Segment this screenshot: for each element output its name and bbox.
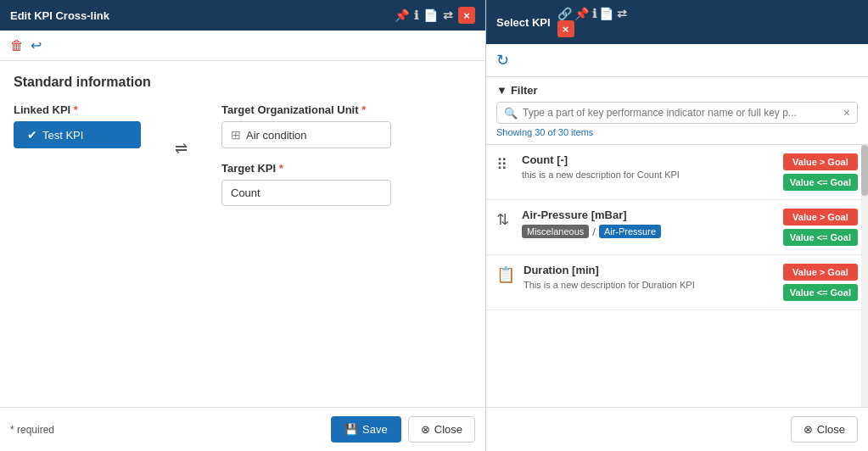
right-doc-icon[interactable]: 📄 bbox=[599, 7, 613, 20]
left-toolbar: 🗑 ↩ bbox=[0, 31, 485, 61]
target-org-input[interactable]: ⊞ Air condition bbox=[221, 121, 391, 148]
doc-icon: 📋 bbox=[496, 265, 515, 284]
kpi-item-tags: Miscelaneous / Air-Pressure bbox=[522, 225, 775, 238]
org-icon: ⊞ bbox=[231, 128, 241, 142]
value-gt-goal-button[interactable]: Value > Goal bbox=[783, 264, 858, 281]
value-lte-goal-button[interactable]: Value <= Goal bbox=[783, 229, 858, 246]
kpi-list-inner: ⠿ Count [-] this is a new description fo… bbox=[486, 145, 868, 310]
transfer-arrows-icon: ⇌ bbox=[175, 139, 188, 158]
list-item: ⠿ Count [-] this is a new description fo… bbox=[486, 145, 868, 200]
left-panel-header: Edit KPI Cross-link 📌 ℹ 📄 ⇄ × bbox=[0, 0, 485, 31]
left-panel: Edit KPI Cross-link 📌 ℹ 📄 ⇄ × 🗑 ↩ Standa… bbox=[0, 0, 486, 451]
right-panel-header: Select KPI 🔗 📌 ℹ 📄 ⇄ × bbox=[486, 0, 868, 44]
filter-icon: ▼ bbox=[496, 84, 507, 97]
kpi-item-buttons: Value > Goal Value <= Goal bbox=[783, 264, 858, 301]
search-box[interactable]: 🔍 × bbox=[496, 102, 858, 124]
showing-items: Showing 30 of 30 items bbox=[496, 127, 858, 137]
list-item: ⇅ Air-Pressure [mBar] Miscelaneous / Air… bbox=[486, 200, 868, 255]
info-icon[interactable]: ℹ bbox=[414, 8, 418, 22]
footer-buttons: 💾 Save ⊗ Close bbox=[331, 416, 475, 443]
kpi-item-buttons: Value > Goal Value <= Goal bbox=[783, 153, 858, 191]
right-info-icon[interactable]: ℹ bbox=[592, 7, 596, 20]
doc-icon[interactable]: 📄 bbox=[423, 8, 438, 22]
save-icon: 💾 bbox=[344, 423, 358, 436]
close-circle-icon: ⊗ bbox=[421, 423, 430, 436]
linked-kpi-button[interactable]: ✔ Test KPI bbox=[14, 121, 141, 148]
target-kpi-group: Target KPI * Count bbox=[221, 162, 391, 206]
refresh-icon[interactable]: ↻ bbox=[496, 52, 509, 69]
link-icon[interactable]: 🔗 bbox=[557, 7, 572, 20]
kpi-item-buttons: Value > Goal Value <= Goal bbox=[783, 209, 858, 246]
kpi-item-desc: this is a new description for Count KPI bbox=[522, 169, 775, 181]
left-panel-footer: * required 💾 Save ⊗ Close bbox=[0, 407, 485, 451]
value-gt-goal-button[interactable]: Value > Goal bbox=[783, 153, 858, 170]
right-pin-icon[interactable]: 📌 bbox=[574, 7, 589, 20]
target-org-label: Target Organizational Unit * bbox=[221, 103, 391, 116]
right-panel-footer: ⊗ Close bbox=[486, 407, 868, 451]
arrows-icon: ⇅ bbox=[496, 210, 513, 229]
kpi-item-content: Air-Pressure [mBar] Miscelaneous / Air-P… bbox=[522, 209, 775, 238]
kpi-item-content: Count [-] this is a new description for … bbox=[522, 153, 775, 181]
form-row: Linked KPI * ✔ Test KPI ⇌ Target Organiz… bbox=[14, 103, 472, 206]
kpi-item-desc: This is a new description for Duration K… bbox=[524, 279, 775, 292]
right-transfer-icon[interactable]: ⇄ bbox=[617, 7, 627, 20]
close-circle-icon-right: ⊗ bbox=[804, 423, 813, 436]
tag-separator: / bbox=[592, 226, 596, 238]
save-button[interactable]: 💾 Save bbox=[331, 416, 401, 443]
value-lte-goal-button[interactable]: Value <= Goal bbox=[783, 284, 858, 301]
value-gt-goal-button[interactable]: Value > Goal bbox=[783, 209, 858, 226]
kpi-toolbar: ↻ bbox=[486, 44, 868, 77]
left-header-icons: 📌 ℹ 📄 ⇄ × bbox=[395, 7, 475, 24]
left-panel-title: Edit KPI Cross-link bbox=[10, 9, 388, 22]
kpi-item-content: Duration [min] This is a new description… bbox=[524, 264, 775, 292]
tag-air-pressure: Air-Pressure bbox=[599, 225, 661, 238]
left-footer-close-button[interactable]: ⊗ Close bbox=[408, 416, 475, 443]
transfer-arrows: ⇌ bbox=[175, 122, 188, 158]
delete-icon[interactable]: 🗑 bbox=[10, 38, 24, 53]
left-panel-body: Standard information Linked KPI * ✔ Test… bbox=[0, 61, 485, 407]
right-header-icons: 🔗 📌 ℹ 📄 ⇄ × bbox=[557, 7, 628, 37]
target-groups: Target Organizational Unit * ⊞ Air condi… bbox=[221, 103, 391, 206]
linked-kpi-label: Linked KPI * bbox=[14, 103, 141, 116]
target-kpi-input[interactable]: Count bbox=[221, 180, 391, 206]
scrollbar-track bbox=[861, 145, 868, 407]
right-panel: Select KPI 🔗 📌 ℹ 📄 ⇄ × ↻ ▼ Filter 🔍 × Sh… bbox=[486, 0, 868, 451]
right-panel-title: Select KPI bbox=[496, 16, 551, 29]
filter-section: ▼ Filter 🔍 × Showing 30 of 30 items bbox=[486, 77, 868, 145]
kpi-item-name: Count [-] bbox=[522, 153, 775, 166]
linked-kpi-group: Linked KPI * ✔ Test KPI bbox=[14, 103, 141, 148]
kpi-item-name: Duration [min] bbox=[524, 264, 775, 276]
tag-miscelaneous: Miscelaneous bbox=[522, 225, 589, 238]
transfer-icon[interactable]: ⇄ bbox=[443, 8, 453, 22]
section-title: Standard information bbox=[14, 75, 472, 90]
undo-icon[interactable]: ↩ bbox=[31, 37, 42, 53]
target-kpi-label: Target KPI * bbox=[221, 162, 391, 175]
grid-icon: ⠿ bbox=[496, 155, 513, 174]
check-icon: ✔ bbox=[27, 128, 37, 142]
target-org-group: Target Organizational Unit * ⊞ Air condi… bbox=[221, 103, 391, 148]
search-input[interactable] bbox=[523, 107, 838, 119]
filter-title: ▼ Filter bbox=[496, 84, 858, 97]
left-close-button[interactable]: × bbox=[458, 7, 475, 24]
right-close-button[interactable]: × bbox=[557, 20, 574, 37]
clear-search-icon[interactable]: × bbox=[843, 106, 850, 120]
kpi-item-name: Air-Pressure [mBar] bbox=[522, 209, 775, 221]
right-footer-close-button[interactable]: ⊗ Close bbox=[791, 416, 858, 443]
value-lte-goal-button[interactable]: Value <= Goal bbox=[783, 174, 858, 191]
pin-icon[interactable]: 📌 bbox=[395, 8, 409, 22]
kpi-list: ⠿ Count [-] this is a new description fo… bbox=[486, 145, 868, 407]
required-note: * required bbox=[10, 424, 54, 436]
list-item: 📋 Duration [min] This is a new descripti… bbox=[486, 255, 868, 310]
scrollbar-thumb[interactable] bbox=[861, 145, 868, 196]
search-icon: 🔍 bbox=[504, 107, 518, 120]
